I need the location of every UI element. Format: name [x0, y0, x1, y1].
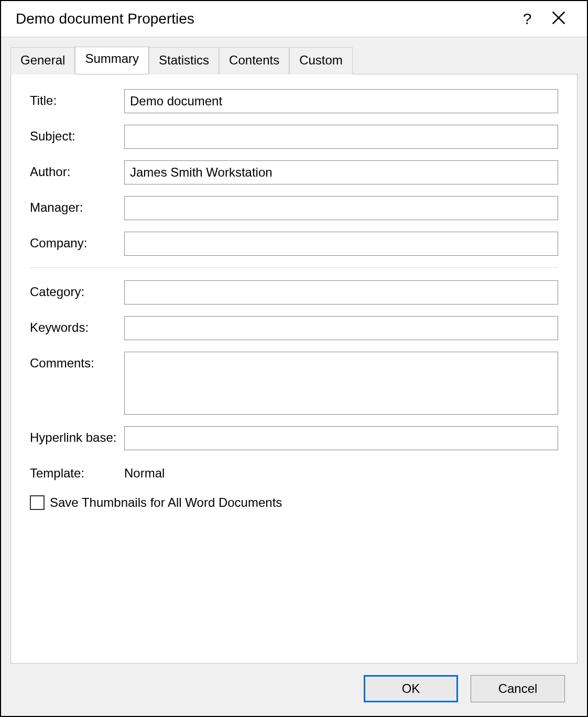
tab-contents[interactable]: Contents: [219, 47, 289, 74]
save-thumbnails-label: Save Thumbnails for All Word Documents: [50, 495, 282, 510]
input-hyperlink-base[interactable]: [124, 426, 558, 450]
row-template: Template: Normal: [30, 462, 558, 481]
close-icon: [552, 11, 565, 25]
dialog-body: General Summary Statistics Contents Cust…: [1, 37, 587, 716]
row-hyperlink-base: Hyperlink base:: [30, 426, 558, 450]
tab-custom[interactable]: Custom: [289, 47, 353, 74]
row-company: Company:: [30, 232, 558, 256]
row-title: Title:: [30, 89, 558, 113]
label-manager: Manager:: [30, 196, 124, 215]
row-manager: Manager:: [30, 196, 558, 220]
save-thumbnails-checkbox[interactable]: Save Thumbnails for All Word Documents: [30, 495, 558, 510]
close-button[interactable]: [543, 11, 574, 27]
titlebar: Demo document Properties ?: [1, 1, 587, 37]
checkbox-box-icon: [30, 495, 45, 510]
row-comments: Comments:: [30, 352, 558, 415]
value-template: Normal: [124, 462, 165, 481]
label-keywords[interactable]: Keywords:: [30, 316, 124, 335]
tab-strip: General Summary Statistics Contents Cust…: [10, 47, 578, 74]
input-manager[interactable]: [124, 196, 558, 220]
divider: [30, 267, 558, 268]
input-category[interactable]: [124, 280, 558, 305]
row-keywords: Keywords:: [30, 316, 558, 340]
ok-button[interactable]: OK: [364, 675, 458, 702]
input-comments[interactable]: [124, 352, 558, 415]
label-author: Author:: [30, 160, 124, 179]
tab-summary[interactable]: Summary: [75, 47, 149, 74]
label-company: Company:: [30, 232, 124, 251]
label-subject: Subject:: [30, 125, 124, 144]
input-subject[interactable]: [124, 125, 558, 149]
input-keywords[interactable]: [124, 316, 558, 340]
label-hyperlink-base: Hyperlink base:: [30, 426, 124, 445]
label-template: Template:: [30, 462, 124, 481]
help-button[interactable]: ?: [511, 11, 543, 27]
input-company[interactable]: [124, 232, 558, 256]
cancel-button[interactable]: Cancel: [471, 675, 565, 702]
label-comments: Comments:: [30, 352, 124, 371]
dialog-title: Demo document Properties: [16, 10, 511, 27]
label-title: Title:: [30, 89, 124, 108]
label-category: Category:: [30, 280, 124, 299]
dialog-footer: OK Cancel: [10, 664, 578, 716]
summary-tabpanel: Title: Subject: Author: Manager: Company…: [10, 74, 578, 664]
input-title[interactable]: [124, 89, 558, 113]
properties-dialog: Demo document Properties ? General Summa…: [0, 0, 588, 717]
tab-general[interactable]: General: [10, 47, 75, 74]
row-category: Category:: [30, 280, 558, 305]
input-author[interactable]: [124, 160, 558, 184]
tab-statistics[interactable]: Statistics: [149, 47, 219, 74]
row-author: Author:: [30, 160, 558, 184]
row-subject: Subject:: [30, 125, 558, 149]
